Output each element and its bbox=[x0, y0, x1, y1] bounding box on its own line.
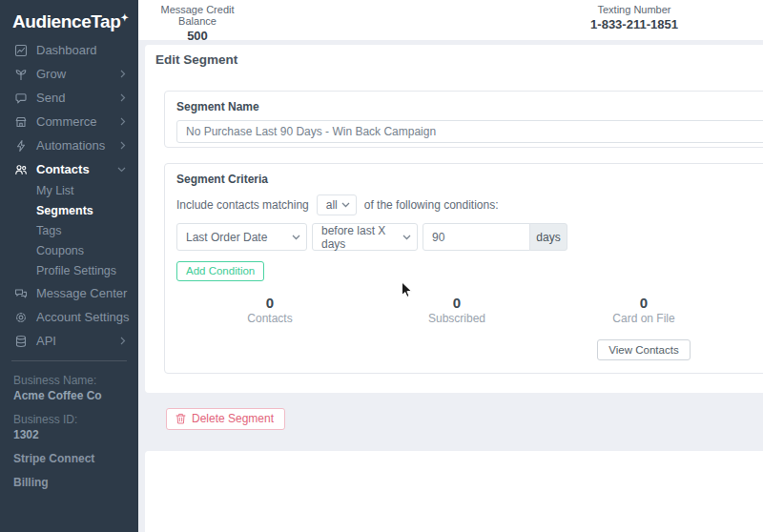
sparkle-icon: ✦ bbox=[121, 12, 129, 23]
chat-bubbles-icon bbox=[14, 287, 28, 300]
chevron-right-icon bbox=[120, 337, 126, 345]
sidebar-item-account-settings[interactable]: Account Settings bbox=[0, 305, 138, 329]
condition-field-value: Last Order Date bbox=[186, 231, 267, 244]
sidebar-item-commerce[interactable]: Commerce bbox=[0, 110, 138, 133]
view-contacts-button[interactable]: View Contacts bbox=[597, 339, 690, 360]
card-on-file-count: 0 bbox=[550, 295, 737, 311]
database-icon bbox=[14, 335, 28, 348]
sidebar-item-automations[interactable]: Automations bbox=[0, 133, 138, 157]
sidebar-item-send[interactable]: Send bbox=[0, 86, 138, 110]
chevron-down-icon bbox=[402, 235, 411, 240]
contacts-label: Contacts bbox=[176, 312, 363, 325]
trash-icon bbox=[175, 413, 186, 424]
page-title: Edit Segment bbox=[155, 52, 763, 67]
business-id-value: 1302 bbox=[13, 428, 129, 441]
billing-link[interactable]: Billing bbox=[13, 476, 129, 489]
days-unit-addon: days bbox=[529, 223, 567, 251]
segment-name-input[interactable] bbox=[176, 120, 763, 143]
chevron-down-icon bbox=[341, 202, 350, 208]
match-type-select[interactable]: all bbox=[317, 194, 357, 215]
sidebar-nav: Dashboard Grow Send bbox=[0, 38, 138, 353]
lightning-icon bbox=[14, 139, 28, 153]
subscribed-label: Subscribed bbox=[363, 312, 550, 325]
credit-balance-block: Message Credit Balance 500 bbox=[150, 4, 245, 43]
chevron-down-icon bbox=[292, 235, 300, 240]
contacts-submenu: My List Segments Tags Coupons Profile Se… bbox=[0, 181, 138, 281]
sidebar-item-label: Commerce bbox=[36, 114, 97, 129]
sidebar-item-message-center[interactable]: Message Center bbox=[0, 281, 138, 305]
segment-criteria-card: Segment Criteria Include contacts matchi… bbox=[164, 163, 763, 374]
chevron-right-icon bbox=[120, 141, 126, 150]
contacts-count: 0 bbox=[176, 295, 363, 311]
gear-icon bbox=[14, 311, 28, 324]
segment-criteria-label: Segment Criteria bbox=[176, 173, 763, 186]
credit-balance-value: 500 bbox=[150, 29, 245, 43]
stripe-connect-link[interactable]: Stripe Connect bbox=[13, 452, 129, 465]
sidebar-subitem-my-list[interactable]: My List bbox=[0, 181, 138, 201]
sidebar-item-dashboard[interactable]: Dashboard bbox=[0, 38, 138, 62]
sidebar-item-contacts[interactable]: Contacts bbox=[0, 157, 138, 181]
sidebar-subitem-tags[interactable]: Tags bbox=[0, 221, 138, 241]
texting-number-value: 1-833-211-1851 bbox=[577, 17, 691, 31]
top-bar: Message Credit Balance 500 Texting Numbe… bbox=[138, 0, 763, 40]
sidebar-subitem-coupons[interactable]: Coupons bbox=[0, 241, 138, 261]
sidebar-item-label: Account Settings bbox=[36, 310, 130, 324]
condition-row: Last Order Date before last X days days bbox=[176, 223, 763, 251]
send-chat-icon bbox=[14, 92, 28, 105]
stat-contacts: 0 Contacts bbox=[176, 295, 363, 325]
card-on-file-label: Card on File bbox=[550, 312, 737, 325]
bottom-panel bbox=[145, 451, 763, 532]
match-prefix-text: Include contacts matching bbox=[176, 198, 309, 212]
edit-segment-panel: Edit Segment Segment Name Segment Criter… bbox=[145, 45, 763, 393]
business-name-value: Acme Coffee Co bbox=[13, 389, 129, 402]
chevron-right-icon bbox=[120, 70, 126, 78]
dashboard-chart-icon bbox=[14, 44, 28, 57]
sidebar-item-label: Message Center bbox=[36, 286, 127, 300]
credit-balance-label: Message Credit Balance bbox=[150, 4, 245, 27]
condition-operator-select[interactable]: before last X days bbox=[312, 223, 418, 251]
storefront-icon bbox=[14, 115, 28, 129]
app-root: AudienceTap✦ Dashboard Grow bbox=[0, 0, 763, 532]
match-suffix-text: of the following conditions: bbox=[364, 198, 499, 212]
stat-subscribed: 0 Subscribed bbox=[363, 295, 550, 325]
grow-sprout-icon bbox=[14, 68, 28, 81]
texting-number-label: Texting Number bbox=[577, 4, 691, 15]
brand-name: AudienceTap bbox=[12, 11, 121, 31]
sidebar-item-label: Dashboard bbox=[36, 43, 97, 57]
sidebar-item-label: API bbox=[36, 334, 56, 348]
sidebar-item-label: Contacts bbox=[36, 162, 90, 176]
business-id-label: Business ID: bbox=[13, 413, 129, 426]
sidebar-subitem-segments[interactable]: Segments bbox=[0, 201, 138, 221]
segment-name-label: Segment Name bbox=[176, 100, 763, 113]
condition-field-select[interactable]: Last Order Date bbox=[176, 223, 307, 251]
subscribed-count: 0 bbox=[363, 295, 550, 311]
business-name-label: Business Name: bbox=[13, 374, 129, 387]
match-row: Include contacts matching all of the fol… bbox=[176, 194, 763, 215]
match-type-value: all bbox=[326, 198, 338, 212]
sidebar-item-label: Grow bbox=[36, 67, 66, 81]
chevron-right-icon bbox=[120, 117, 126, 126]
segment-name-card: Segment Name bbox=[164, 91, 763, 148]
sidebar-subitem-profile-settings[interactable]: Profile Settings bbox=[0, 261, 138, 281]
condition-operator-value: before last X days bbox=[321, 224, 396, 251]
stat-card-on-file: 0 Card on File bbox=[550, 295, 737, 325]
chevron-right-icon bbox=[120, 93, 126, 102]
delete-segment-button[interactable]: Delete Segment bbox=[166, 408, 285, 430]
sidebar-item-label: Send bbox=[36, 91, 65, 105]
brand-logo[interactable]: AudienceTap✦ bbox=[0, 0, 138, 32]
sidebar-footer: Business Name: Acme Coffee Co Business I… bbox=[0, 361, 138, 489]
sidebar-item-label: Automations bbox=[36, 138, 105, 153]
stats-row: 0 Contacts 0 Subscribed 0 Card on File bbox=[176, 295, 737, 325]
contacts-people-icon bbox=[14, 163, 28, 176]
chevron-down-icon bbox=[117, 167, 126, 173]
condition-value-input[interactable] bbox=[423, 223, 530, 251]
view-contacts-row: View Contacts bbox=[176, 325, 737, 360]
main-area: Message Credit Balance 500 Texting Numbe… bbox=[138, 0, 763, 532]
texting-number-block: Texting Number 1-833-211-1851 bbox=[577, 4, 691, 31]
sidebar: AudienceTap✦ Dashboard Grow bbox=[0, 0, 138, 532]
add-condition-button[interactable]: Add Condition bbox=[176, 261, 264, 281]
sidebar-item-api[interactable]: API bbox=[0, 329, 138, 353]
delete-segment-label: Delete Segment bbox=[192, 412, 274, 425]
sidebar-item-grow[interactable]: Grow bbox=[0, 62, 138, 86]
